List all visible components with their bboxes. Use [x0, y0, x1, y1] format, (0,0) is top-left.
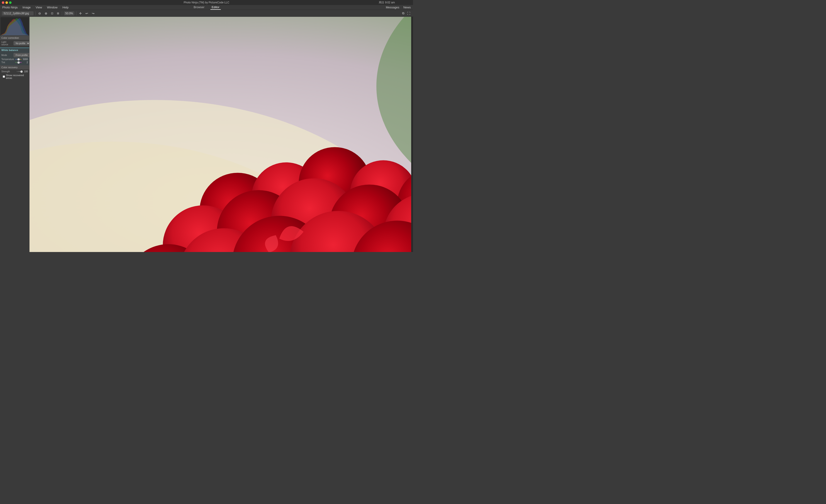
menu-photoninja[interactable]: Photo Ninja [1, 5, 18, 9]
mode-row: Mode From profile Auto Custom [1, 53, 28, 57]
temperature-slider-track [15, 59, 21, 60]
strength-label: Strength [1, 70, 14, 73]
menubar: Photo Ninja Image View Window Help Brows… [0, 5, 413, 10]
fit-button[interactable]: ⊡ [50, 11, 54, 15]
white-balance-section: White balance Mode From profile Auto Cus… [0, 48, 29, 65]
strength-slider-thumb[interactable] [20, 70, 23, 73]
strength-slider-track [15, 71, 21, 72]
maximize-button[interactable] [9, 1, 11, 4]
nav-tabs: Browser Editor [192, 5, 221, 10]
main-layout: Color correction Light source No profile… [0, 17, 413, 252]
image-area: © www.MacZ.com [30, 17, 411, 252]
color-recovery-section: Color recovery Strength 100 Show recover… [0, 65, 29, 81]
traffic-lights [2, 1, 11, 4]
toolbar-separator-3 [76, 11, 76, 15]
window-title: Photo Ninja (TM) by PictureCode LLC [184, 1, 229, 4]
temperature-value: 5000 [22, 58, 28, 61]
undo-button[interactable]: ↩ [84, 11, 89, 16]
right-scrollbar[interactable] [411, 17, 413, 252]
show-recovered-label: Show recovered areas [6, 74, 26, 79]
left-panel: Color correction Light source No profile… [0, 17, 30, 252]
menu-window[interactable]: Window [46, 5, 58, 9]
close-button[interactable] [2, 1, 4, 4]
mode-label: Mode [1, 54, 13, 56]
tint-slider-thumb[interactable] [17, 61, 20, 64]
color-recovery-content: Strength 100 Show recovered areas [0, 69, 29, 81]
menu-image[interactable]: Image [21, 5, 32, 9]
menubar-right: Messages News [385, 5, 412, 9]
light-source-row: Light source No profile Daylight Cloudy [1, 41, 28, 46]
color-correction-content: Light source No profile Daylight Cloudy [0, 40, 29, 48]
temperature-label: Temperature [1, 58, 14, 61]
toolbar-separator-1 [35, 11, 36, 15]
menu-messages[interactable]: Messages [385, 5, 400, 9]
titlebar: Photo Ninja (TM) by PictureCode LLC 周日 9… [0, 0, 413, 5]
menu-news[interactable]: News [402, 5, 412, 9]
light-source-label: Light source [1, 41, 13, 46]
color-correction-label: Color correction [1, 37, 19, 39]
zoom-out-button[interactable]: ⊖ [38, 11, 42, 16]
tab-browser[interactable]: Browser [192, 5, 206, 10]
temperature-row: Temperature 5000 [1, 58, 28, 61]
zoom-level: 50.0% [64, 11, 74, 15]
temperature-slider-thumb[interactable] [17, 58, 20, 61]
histogram [0, 17, 29, 35]
redo-button[interactable]: ↪ [91, 11, 96, 16]
zoom-in-button[interactable]: ⊕ [44, 11, 48, 16]
fullscreen-button[interactable]: ⛶ [406, 11, 411, 16]
system-time: 周日 9:02 am [379, 1, 395, 5]
color-correction-header[interactable]: Color correction [0, 36, 29, 40]
strength-value: 100 [22, 70, 28, 73]
color-recovery-header: Color recovery [0, 65, 29, 69]
show-recovered-checkbox[interactable] [3, 75, 5, 78]
tint-row: Tint 2 [1, 61, 28, 64]
zoom-actual-button[interactable]: ⊞ [56, 11, 60, 15]
menu-view[interactable]: View [35, 5, 43, 9]
mode-select[interactable]: From profile Auto Custom [14, 53, 30, 57]
white-balance-content: Mode From profile Auto Custom Temperatur… [0, 52, 29, 65]
tab-editor[interactable]: Editor [210, 5, 221, 10]
histogram-chart [0, 17, 29, 35]
filename-display[interactable]: 52112_2y88mJ8f.jpg [2, 11, 34, 15]
panel-layout-button[interactable]: ⧉ [401, 11, 405, 16]
minimize-button[interactable] [5, 1, 8, 4]
toolbar: 52112_2y88mJ8f.jpg ⊖ ⊕ ⊡ ⊞ 50.0% ✛ ↩ ↪ ⧉… [0, 10, 413, 17]
tint-value: 2 [22, 61, 28, 64]
strength-row: Strength 100 [1, 70, 28, 73]
tint-slider-track [15, 62, 21, 63]
crosshair-button[interactable]: ✛ [78, 11, 83, 16]
menu-help[interactable]: Help [62, 5, 70, 9]
show-recovered-row: Show recovered areas [1, 73, 28, 80]
light-source-select[interactable]: No profile Daylight Cloudy [14, 41, 30, 45]
white-balance-header: White balance [0, 48, 29, 52]
main-image: © www.MacZ.com [30, 17, 411, 252]
tint-label: Tint [1, 61, 14, 64]
